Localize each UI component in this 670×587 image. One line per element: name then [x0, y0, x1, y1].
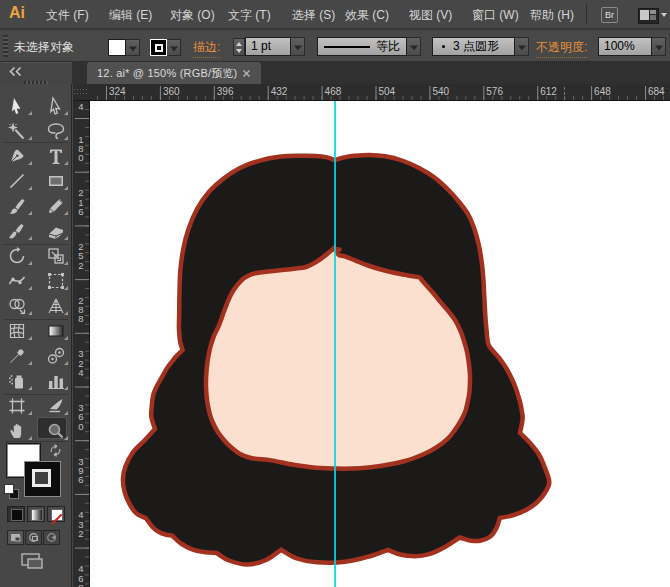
svg-text:2: 2 — [78, 260, 83, 271]
svg-text:2: 2 — [78, 528, 83, 539]
svg-text:8: 8 — [78, 313, 83, 324]
svg-text:0: 0 — [78, 152, 83, 163]
svg-text:468: 468 — [325, 86, 342, 97]
svg-text:4: 4 — [78, 101, 83, 112]
svg-text:576: 576 — [486, 86, 503, 97]
svg-text:540: 540 — [432, 86, 449, 97]
svg-text:324: 324 — [109, 86, 126, 97]
svg-text:432: 432 — [271, 86, 288, 97]
svg-text:360: 360 — [163, 86, 180, 97]
svg-text:4: 4 — [78, 367, 83, 378]
svg-text:0: 0 — [78, 421, 83, 432]
svg-text:648: 648 — [594, 86, 611, 97]
svg-text:684: 684 — [648, 86, 665, 97]
svg-text:396: 396 — [217, 86, 234, 97]
svg-text:504: 504 — [379, 86, 396, 97]
svg-text:612: 612 — [540, 86, 557, 97]
svg-text:8: 8 — [78, 582, 83, 587]
svg-text:6: 6 — [78, 474, 83, 485]
svg-text:6: 6 — [78, 206, 83, 217]
